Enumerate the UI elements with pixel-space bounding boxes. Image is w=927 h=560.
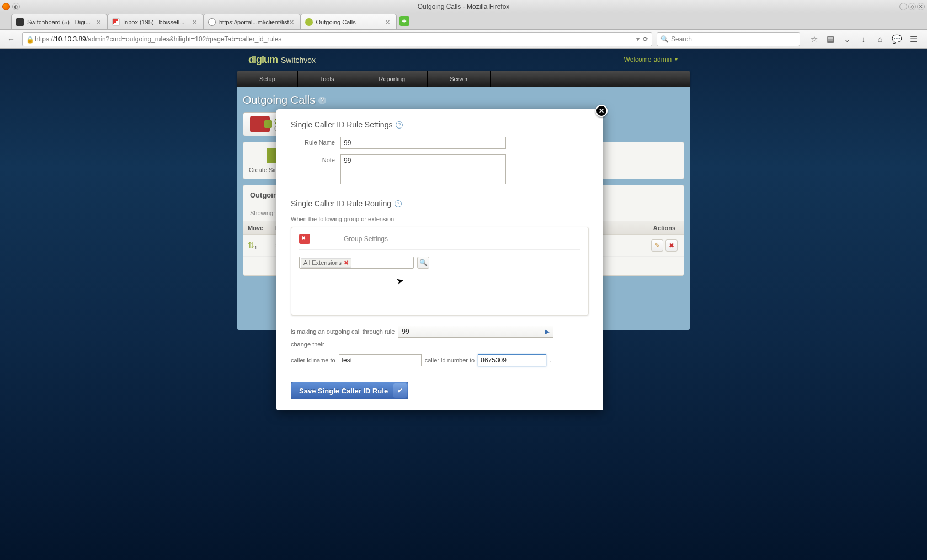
tab-label: Inbox (195) - bbissell... <box>123 19 192 25</box>
menu-icon[interactable]: ☰ <box>908 34 918 44</box>
when-text: When the following group or extension: <box>291 216 589 222</box>
favicon-icon <box>16 18 24 26</box>
tab-label: Switchboard (5) - Digi... <box>27 19 96 25</box>
url-text: https://10.10.3.89/admin?cmd=outgoing_ru… <box>35 35 633 43</box>
note-label: Note <box>291 154 340 186</box>
phone-arrow-icon <box>250 116 270 132</box>
favicon-icon <box>112 18 120 26</box>
app-menu: Setup Tools Reporting Server <box>237 71 690 87</box>
app-menu-icon[interactable]: ◐ <box>12 3 20 10</box>
caller-id-name-input[interactable] <box>339 354 422 366</box>
menu-reporting[interactable]: Reporting <box>356 71 428 87</box>
menu-server[interactable]: Server <box>428 71 490 87</box>
menu-setup[interactable]: Setup <box>237 71 298 87</box>
help-icon[interactable]: ? <box>318 97 326 104</box>
rule-select[interactable]: 99 ▶ <box>398 326 553 338</box>
reader-icon[interactable]: ▤ <box>825 34 835 44</box>
home-icon[interactable]: ⌂ <box>875 34 885 44</box>
close-icon[interactable]: ✕ <box>192 19 199 25</box>
page-title: Outgoing Calls ? <box>243 94 684 106</box>
brand-product: Switchvox <box>281 56 316 65</box>
group-settings-box: Group Settings All Extensions ✖ 🔍 <box>291 227 589 316</box>
section-routing-title: Single Caller ID Rule Routing ? <box>291 199 589 208</box>
welcome-prefix: Welcome <box>624 56 652 63</box>
url-bar[interactable]: 🔒 https://10.10.3.89/admin?cmd=outgoing_… <box>22 32 652 46</box>
dropdown-icon[interactable]: ▾ <box>636 35 640 43</box>
toolbar-icons: ☆ ▤ ⌄ ↓ ⌂ 💬 ☰ <box>805 34 923 44</box>
save-rule-button[interactable]: Save Single Caller ID Rule <box>291 382 408 399</box>
close-icon[interactable]: ✕ <box>385 19 392 25</box>
brand-company: digium <box>248 54 278 66</box>
routing-sentence-2: caller id name to caller id number to . <box>291 354 589 366</box>
move-arrows-icon[interactable]: ⇅ <box>248 241 254 249</box>
welcome-menu[interactable]: Welcome admin ▼ <box>624 56 679 63</box>
routing-sentence: is making an outgoing call through rule … <box>291 326 589 348</box>
new-tab-button[interactable]: + <box>399 16 409 26</box>
pocket-icon[interactable]: ⌄ <box>842 34 852 44</box>
menu-tools[interactable]: Tools <box>298 71 357 87</box>
tab-label: Outgoing Calls <box>316 19 385 25</box>
downloads-icon[interactable]: ↓ <box>859 34 869 44</box>
group-settings-title: Group Settings <box>327 235 388 243</box>
welcome-user: admin <box>653 56 672 63</box>
tag-all-extensions: All Extensions ✖ <box>301 258 351 268</box>
browser-navbar: ← 🔒 https://10.10.3.89/admin?cmd=outgoin… <box>0 30 927 49</box>
firefox-icon <box>2 3 10 10</box>
close-window-icon[interactable]: ✕ <box>917 3 925 10</box>
rule-name-input[interactable] <box>340 137 506 149</box>
note-textarea[interactable]: 99 <box>340 154 506 184</box>
delete-button[interactable]: ✖ <box>665 239 678 252</box>
help-icon[interactable]: ? <box>396 121 403 129</box>
tab-outgoing-calls[interactable]: Outgoing Calls ✕ <box>300 14 397 29</box>
window-title: Outgoing Calls - Mozilla Firefox <box>418 3 510 10</box>
favicon-icon <box>208 18 216 26</box>
window-titlebar: ◐ Outgoing Calls - Mozilla Firefox – ◇ ✕ <box>0 0 927 13</box>
bookmark-star-icon[interactable]: ☆ <box>809 34 819 44</box>
reload-icon[interactable]: ⟳ <box>643 35 648 43</box>
play-icon: ▶ <box>545 328 550 335</box>
browser-tabbar: Switchboard (5) - Digi... ✕ Inbox (195) … <box>0 13 927 30</box>
caller-id-rule-modal: ✕ Single Caller ID Rule Settings ? Rule … <box>276 109 603 410</box>
minimize-icon[interactable]: – <box>899 3 907 10</box>
tab-label: https://portal...ml/client/list <box>219 19 289 25</box>
search-placeholder: Search <box>671 35 692 43</box>
app-header: digium Switchvox Welcome admin ▼ <box>237 49 690 71</box>
tab-inbox[interactable]: Inbox (195) - bbissell... ✕ <box>107 14 204 29</box>
close-icon[interactable]: ✕ <box>96 19 103 25</box>
modal-close-button[interactable]: ✕ <box>595 105 608 117</box>
search-icon: 🔍 <box>660 35 669 43</box>
caller-id-number-input[interactable] <box>478 354 546 366</box>
maximize-icon[interactable]: ◇ <box>908 3 916 10</box>
brand-logo: digium Switchvox <box>248 54 316 66</box>
back-button[interactable]: ← <box>4 33 18 46</box>
edit-button[interactable]: ✎ <box>651 239 663 252</box>
section-settings-title: Single Caller ID Rule Settings ? <box>291 120 589 129</box>
chat-icon[interactable]: 💬 <box>892 34 902 44</box>
search-extension-button[interactable]: 🔍 <box>417 257 429 269</box>
search-bar[interactable]: 🔍 Search <box>657 32 800 46</box>
col-actions: Actions <box>645 221 684 235</box>
rule-name-label: Rule Name <box>291 137 340 149</box>
tab-switchboard[interactable]: Switchboard (5) - Digi... ✕ <box>11 14 108 29</box>
tab-portal[interactable]: https://portal...ml/client/list ✕ <box>203 14 301 29</box>
favicon-icon <box>305 18 313 26</box>
remove-group-button[interactable] <box>299 234 310 244</box>
close-icon[interactable]: ✕ <box>289 19 296 25</box>
chevron-down-icon: ▼ <box>674 57 679 62</box>
extension-tag-input[interactable]: All Extensions ✖ <box>299 257 414 269</box>
remove-tag-icon[interactable]: ✖ <box>344 259 349 266</box>
lock-icon: 🔒 <box>26 36 33 42</box>
help-icon[interactable]: ? <box>395 200 402 207</box>
col-move: Move <box>243 221 271 235</box>
